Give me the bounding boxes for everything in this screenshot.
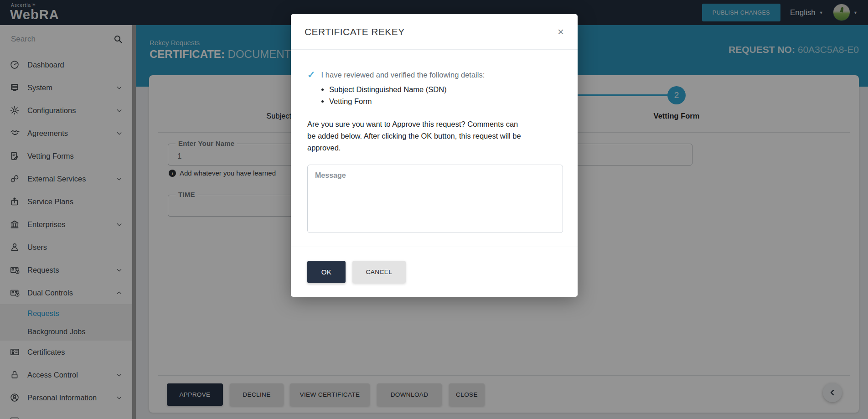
confirm-text: Are you sure you want to Approve this re… xyxy=(307,118,525,154)
ok-button[interactable]: OK xyxy=(307,261,346,283)
verified-text: I have reviewed and verified the followi… xyxy=(321,69,485,81)
modal-body: ✓ I have reviewed and verified the follo… xyxy=(291,50,578,233)
verified-details-list: Subject Distinguished Name (SDN) Vetting… xyxy=(307,83,563,107)
list-item: Subject Distinguished Name (SDN) xyxy=(329,83,563,95)
certificate-rekey-modal: CERTIFICATE REKEY × ✓ I have reviewed an… xyxy=(291,14,578,297)
list-item: Vetting Form xyxy=(329,95,563,107)
modal-footer: OK CANCEL xyxy=(291,247,578,297)
message-textarea[interactable] xyxy=(307,165,563,233)
webra-app: Ascertia™ WebRA PUBLISH CHANGES English … xyxy=(0,0,868,419)
checkmark-icon: ✓ xyxy=(307,69,315,81)
modal-header: CERTIFICATE REKEY × xyxy=(291,14,578,50)
cancel-button[interactable]: CANCEL xyxy=(352,261,406,283)
modal-title: CERTIFICATE REKEY xyxy=(305,26,405,37)
close-icon[interactable]: × xyxy=(558,26,564,37)
verified-row: ✓ I have reviewed and verified the follo… xyxy=(307,69,563,81)
